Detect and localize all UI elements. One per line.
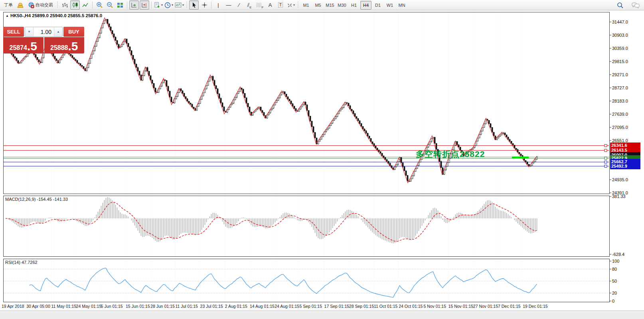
crosshair-button[interactable]: [200, 0, 209, 10]
price-tick-label: 28183.0: [612, 99, 628, 103]
timeframe-m1[interactable]: M1: [300, 1, 312, 10]
chart-shift-button[interactable]: [140, 0, 149, 10]
chat-button[interactable]: [631, 1, 640, 10]
timeframe-mn[interactable]: MN: [396, 1, 407, 10]
bottom-strip: [0, 310, 644, 319]
periods-button[interactable]: ▾: [164, 0, 174, 10]
rsi-pane[interactable]: [3, 259, 610, 302]
zoom-out-button[interactable]: [105, 0, 115, 10]
cursor-button[interactable]: [189, 0, 199, 10]
one-click-trading-panel: SELL ▼ 1.00 ▲ BUY 25874.5 25888.5: [3, 27, 84, 54]
volume-value[interactable]: 1.00: [34, 27, 54, 36]
ask-price[interactable]: 25888.5: [44, 37, 85, 53]
indicators-button[interactable]: ▾: [154, 0, 163, 10]
buy-button-label: BUY: [68, 29, 79, 35]
time-axis-label: 28 Jun 01:15: [150, 304, 175, 309]
search-icon: [617, 2, 624, 9]
timeframe-m15[interactable]: M15: [324, 1, 336, 10]
fibonacci-subscript: F: [262, 6, 264, 9]
new-order-gold-icon[interactable]: [16, 0, 25, 10]
timeframe-h4[interactable]: H4: [360, 1, 371, 10]
price-tick-label: 26551.0: [612, 138, 628, 143]
toolbar-grip[interactable]: [57, 2, 58, 9]
top-toolbar: 丁单 自动交易: [0, 0, 644, 10]
bid-price-frac: .5: [27, 40, 37, 52]
chart-title: ▲HK50-,H4 25899.0 25940.0 25855.5 25876.…: [6, 13, 102, 18]
tile-windows-button[interactable]: [115, 0, 125, 10]
mt-terminal: 丁单 自动交易: [0, 0, 644, 319]
periods-caret: ▾: [172, 3, 173, 7]
timeframe-h1[interactable]: H1: [348, 1, 360, 10]
template-button[interactable]: ▾: [174, 0, 184, 10]
template-caret: ▾: [182, 3, 184, 7]
time-axis-label: 15 Jun 01:15: [126, 304, 150, 309]
rsi-label: RSI(14) 47.7262: [5, 260, 38, 265]
price-tick-label: 30359.0: [612, 46, 628, 51]
zoom-in-button[interactable]: [95, 0, 104, 10]
zoom-in-icon: [96, 2, 103, 8]
auto-trading-button[interactable]: 自动交易: [26, 0, 55, 10]
time-axis-label: 7 Dec 01:15: [498, 304, 521, 309]
timeframe-m30[interactable]: M30: [336, 1, 348, 10]
volume-decrease-button[interactable]: ▼: [25, 27, 34, 36]
search-button[interactable]: [615, 1, 625, 10]
auto-scroll-icon: [131, 2, 137, 8]
macd-pane[interactable]: [3, 196, 610, 257]
gold-icon: [17, 2, 24, 8]
time-axis-label: 5 Nov 01:15: [423, 304, 446, 309]
timeframe-group: M1M5M15M30H1H4D1W1MN: [300, 0, 408, 10]
text-button[interactable]: A: [265, 0, 275, 10]
auto-scroll-button[interactable]: [129, 0, 139, 10]
time-axis-label: 24 Aug 01:15: [275, 304, 299, 309]
price-tick-label: 27095.0: [612, 125, 628, 130]
channel-button[interactable]: ⫽E: [245, 0, 254, 10]
time-axis-label: 2 Aug 01:15: [225, 304, 247, 309]
trendline-button[interactable]: ∕: [234, 0, 244, 10]
toolbar-grip[interactable]: [186, 2, 188, 9]
price-chart-pane[interactable]: [3, 12, 610, 194]
time-axis-label: 24 Oct 01:15: [399, 304, 423, 309]
ask-price-main: 25888: [50, 45, 68, 51]
timeframe-w1[interactable]: W1: [384, 1, 395, 10]
sell-button[interactable]: SELL: [3, 27, 24, 37]
arrows-button[interactable]: ▾: [286, 0, 296, 10]
price-tick-label: 28727.0: [612, 85, 628, 90]
fibonacci-button[interactable]: F: [255, 0, 265, 10]
time-axis-label: 15 Nov 01:15: [448, 304, 473, 309]
arrows-icon: [287, 2, 292, 8]
price-tick-label: 29271.0: [612, 72, 628, 77]
timeframe-d1[interactable]: D1: [372, 1, 383, 10]
collapse-arrow-icon[interactable]: ▲: [6, 14, 9, 18]
buy-button[interactable]: BUY: [63, 27, 84, 37]
bar-chart-button[interactable]: [60, 0, 69, 10]
vertical-line-button[interactable]: |: [213, 0, 223, 10]
price-tick-label: 30903.0: [612, 33, 628, 38]
rsi-tick-label: 80: [612, 267, 617, 271]
periods-clock-icon: [164, 2, 171, 8]
horizontal-line-button[interactable]: —: [224, 0, 233, 10]
arrows-caret: ▾: [293, 3, 295, 7]
auto-trading-label: 自动交易: [36, 2, 53, 8]
indicators-add-icon: [154, 2, 160, 8]
ask-price-frac: .5: [68, 40, 78, 52]
volume-increase-button[interactable]: ▲: [54, 27, 62, 36]
candlestick-chart-button[interactable]: [70, 0, 80, 10]
order-button[interactable]: 丁单: [2, 0, 15, 10]
bar-chart-icon: [62, 2, 68, 8]
macd-axis-bottom: -628.4: [612, 252, 624, 257]
time-axis-label: 24 May 01:15: [76, 304, 102, 309]
chart-shift-icon: [141, 2, 148, 8]
time-axis-label: 30 Apr 05:00: [26, 304, 50, 309]
macd-label: MACD(12,26,9) -154.45 -141.33: [5, 197, 68, 202]
bid-price[interactable]: 25874.5: [3, 37, 43, 53]
timeframe-m5[interactable]: M5: [312, 1, 324, 10]
volume-stepper: ▼ 1.00 ▲: [25, 27, 63, 37]
toolbar-grip[interactable]: [297, 2, 299, 9]
rsi-tick-label: 100: [612, 259, 619, 264]
line-chart-button[interactable]: [81, 0, 90, 10]
text-label-button[interactable]: T: [276, 0, 285, 10]
time-axis-label: 27 Nov 01:15: [473, 304, 498, 309]
time-axis-label: 28 Sep 01:15: [349, 304, 374, 309]
time-axis-label: 11 Oct 01:15: [374, 304, 397, 309]
chart-annotation: 多空转折点25822: [416, 149, 485, 160]
